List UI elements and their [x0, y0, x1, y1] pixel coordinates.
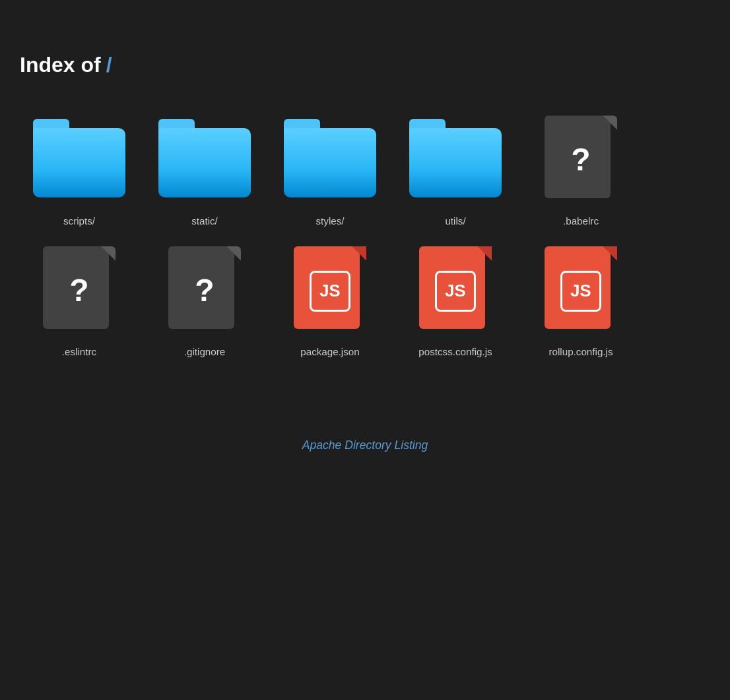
folder-icon [409, 119, 502, 198]
folder-icon [284, 119, 376, 198]
file-label: .gitignore [184, 345, 225, 359]
unknown-file-icon: ? [43, 246, 116, 332]
file-item-utils[interactable]: utils/ [403, 110, 508, 228]
file-label: postcss.config.js [418, 345, 492, 359]
folder-icon [33, 119, 125, 198]
file-item-gitignore[interactable]: ? .gitignore [152, 241, 257, 359]
js-file-icon: JS [419, 246, 492, 332]
folder-icon [158, 119, 251, 198]
file-item-eslintrc[interactable]: ? .eslintrc [26, 241, 132, 359]
page-title: Index of / [20, 53, 710, 77]
unknown-icon-wrapper: ? [535, 110, 627, 206]
folder-icon-wrapper [33, 110, 125, 206]
file-item-babelrc[interactable]: ? .babelrc [528, 110, 634, 228]
js-icon-wrapper: JS [535, 241, 627, 337]
file-grid: scripts/ static/ styles/ [20, 110, 710, 359]
unknown-file-icon: ? [545, 116, 617, 201]
unknown-icon-wrapper: ? [33, 241, 125, 337]
file-label: .babelrc [563, 214, 599, 228]
folder-icon-wrapper [284, 110, 376, 206]
js-file-icon: JS [294, 246, 366, 332]
file-label: rollup.config.js [548, 345, 613, 359]
js-icon-wrapper: JS [409, 241, 502, 337]
file-item-rollupconfig[interactable]: JS rollup.config.js [528, 241, 634, 359]
file-label: static/ [191, 214, 218, 228]
file-item-postcssconfig[interactable]: JS postcss.config.js [403, 241, 508, 359]
file-label: styles/ [315, 214, 344, 228]
js-file-icon: JS [545, 246, 617, 332]
file-item-static[interactable]: static/ [152, 110, 257, 228]
folder-icon-wrapper [409, 110, 502, 206]
footer-text: Apache Directory Listing [302, 438, 428, 452]
title-prefix: Index of [20, 53, 101, 77]
file-label: .eslintrc [62, 345, 96, 359]
js-icon-wrapper: JS [284, 241, 376, 337]
folder-icon-wrapper [158, 110, 251, 206]
file-item-styles[interactable]: styles/ [277, 110, 383, 228]
file-item-scripts[interactable]: scripts/ [26, 110, 132, 228]
page-wrapper: Index of / scripts/ static/ [0, 0, 730, 505]
footer: Apache Directory Listing [20, 438, 710, 479]
title-slash: / [106, 53, 112, 77]
file-label: utils/ [445, 214, 465, 228]
unknown-file-icon: ? [168, 246, 241, 332]
unknown-icon-wrapper: ? [158, 241, 251, 337]
file-label: package.json [300, 345, 360, 359]
file-label: scripts/ [63, 214, 95, 228]
file-item-packagejson[interactable]: JS package.json [277, 241, 383, 359]
